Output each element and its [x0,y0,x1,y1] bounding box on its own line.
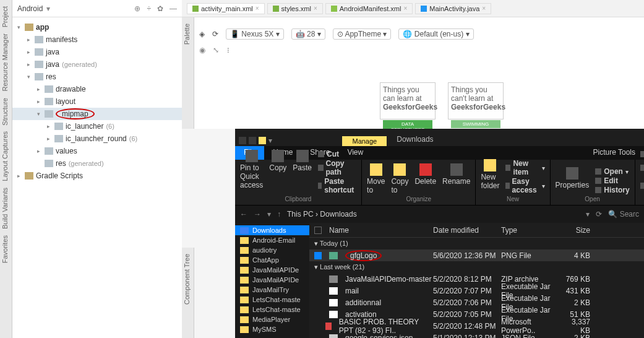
sidebar-folder[interactable]: JavaMailTry [235,285,309,295]
sidebar-folder[interactable]: MySMS [235,324,309,334]
file-row[interactable]: BASIC PROB. THEORY PPT (82 - 93) FI..5/2… [309,320,644,332]
sidebar-folder[interactable]: audiotry [235,245,309,255]
rail-layout-captures[interactable]: Layout Captures [1,131,9,181]
tree-item-res[interactable]: res(generated) [12,157,182,170]
rail-project[interactable]: Project [1,6,9,27]
ribbon: Pin to Quick access Copy Paste Cut Copy … [235,160,644,206]
copy-button[interactable]: Copy [269,150,286,172]
tree-item-ic_launcher[interactable]: ▸ic_launcher(6) [12,120,182,132]
sidebar-folder[interactable]: LetsChat-maste [235,305,309,314]
new-item-button[interactable]: New item ▾ [505,159,544,176]
window-title: Downloads [397,135,433,146]
api-selector[interactable]: 🤖 28 ▾ [291,28,325,40]
new-folder-button[interactable]: New folder [481,159,499,190]
file-row[interactable]: additionnal5/2/2020 7:06 PMExecutable Ja… [309,297,644,308]
easy-access-button[interactable]: Easy access ▾ [505,177,544,194]
recent-button[interactable]: ▾ [267,210,271,219]
back-button[interactable]: ← [240,210,247,219]
editor-tab[interactable]: activity_main.xml× [187,3,265,14]
file-list-header[interactable]: Name Date modified Type Size [309,223,644,238]
sidebar-folder[interactable]: MediaPlayer [235,314,309,324]
delete-button[interactable]: Delete [414,163,436,186]
rail-build-variants[interactable]: Build Variants [1,188,9,229]
sidebar-folder[interactable]: ChatApp [235,255,309,265]
editor-tab[interactable]: AndroidManifest.xml× [325,3,413,14]
tree-item-java[interactable]: ▸java(generated) [12,58,182,71]
ribbon-select: Select all Select none Invert selection … [635,160,644,205]
device-selector[interactable]: 📱 Nexus 5X ▾ [226,28,284,40]
tree-item-Gradle Scripts[interactable]: ▸Gradle Scripts [12,170,182,182]
design-preview: Palette ◈ ⟳ 📱 Nexus 5X ▾ 🤖 28 ▾ ⊙ AppThe… [182,17,644,129]
gear-icon[interactable]: ✿ [157,4,163,13]
dropdown-icon[interactable]: ▾ [46,4,50,13]
sidebar-folder[interactable]: Android-Email [235,235,309,245]
zoom-icon[interactable]: ⤡ [213,46,219,54]
tree-item-app[interactable]: ▾app [12,21,182,33]
eye-icon[interactable]: ◈ [199,30,205,38]
up-button[interactable]: ↑ [277,210,281,219]
ribbon-organize: Move to Copy to Delete Rename Organize [362,160,476,205]
copyto-button[interactable]: Copy to [391,163,408,194]
orientation-icon[interactable]: ⟳ [212,30,218,38]
sidebar-folder[interactable]: Downloads [235,225,309,235]
project-tree[interactable]: ▾app▸manifests▸java▸java(generated)▾res▸… [12,17,182,186]
breadcrumb[interactable]: This PC › Downloads [287,210,580,219]
manage-tab[interactable]: Manage [342,136,387,146]
tree-item-java[interactable]: ▸java [12,46,182,58]
select-none-button[interactable]: Select none [640,159,644,176]
path-dropdown[interactable]: ▾ [586,210,590,219]
rail-structure[interactable]: Structure [1,98,9,126]
open-button[interactable]: Open ▾ [595,167,629,176]
cut-button[interactable]: Cut [318,150,356,158]
tree-item-mipmap[interactable]: ▾mipmap [12,108,182,120]
rail-favorites[interactable]: Favorites [1,235,9,263]
file-row[interactable]: JavaMailAPIDemo-master5/2/2020 8:12 PMZI… [309,273,644,285]
refresh-button[interactable]: ⟳ [596,210,602,219]
select-all-checkbox[interactable] [314,227,322,234]
panel-title[interactable]: Android [17,4,43,13]
locale-selector[interactable]: 🌐 Default (en-us) ▾ [398,28,473,40]
group-header[interactable]: ▾ Today (1) [309,238,644,249]
rename-button[interactable]: Rename [442,163,470,186]
target-icon[interactable]: ⊕ [134,4,140,13]
copy-path-button[interactable]: Copy path [318,159,356,176]
theme-selector[interactable]: ⊙ AppTheme ▾ [333,28,392,40]
view-icon[interactable]: ◉ [199,46,205,54]
invert-selection-button[interactable]: Invert selection [640,177,644,194]
tree-item-drawable[interactable]: ▸drawable [12,83,182,95]
tree-item-manifests[interactable]: ▸manifests [12,33,182,46]
editor-tab[interactable]: styles.xml× [267,3,323,14]
grid-icon[interactable]: ⫶ [226,46,230,54]
file-row[interactable]: mail5/2/2020 7:07 PMExecutable Jar File4… [309,285,644,297]
preview-card: Things you can't learn atGeeksforGeeksSW… [448,82,504,119]
collapse-icon[interactable]: ÷ [147,4,151,13]
explorer-sidebar[interactable]: DownloadsAndroid-EmailaudiotryChatAppJav… [235,223,309,338]
edit-button[interactable]: Edit [595,176,629,185]
component-tree-rail[interactable]: Component Tree [182,248,194,338]
ribbon-new: New folder New item ▾ Easy access ▾ New [476,160,550,205]
picture-tools-tab[interactable]: Picture Tools [585,146,644,160]
tree-item-layout[interactable]: ▸layout [12,95,182,108]
select-all-button[interactable]: Select all [640,150,644,158]
forward-button[interactable]: → [254,210,261,219]
paste-button[interactable]: Paste [293,150,312,172]
move-button[interactable]: Move to [367,163,385,194]
tree-item-res[interactable]: ▾res [12,71,182,83]
address-bar: ← → ▾ ↑ This PC › Downloads ▾ ⟳ 🔍 Searc [235,206,644,223]
history-button[interactable]: History [595,186,629,194]
sidebar-folder[interactable]: JavaMailAPIDe [235,265,309,275]
editor-tab[interactable]: MainActivity.java× [415,3,491,14]
sidebar-folder[interactable]: LetsChat-maste [235,295,309,305]
properties-button[interactable]: Properties [556,167,590,189]
pin-button[interactable]: Pin to Quick access [240,150,263,189]
rail-resource-manager[interactable]: Resource Manager [1,33,9,92]
tree-item-ic_launcher_round[interactable]: ▸ic_launcher_round(6) [12,132,182,145]
tree-item-values[interactable]: ▸values [12,145,182,157]
group-header[interactable]: ▾ Last week (21) [309,261,644,273]
hide-icon[interactable]: — [170,4,177,13]
palette-rail[interactable]: Palette [182,17,194,129]
sidebar-folder[interactable]: JavaMailAPIDe [235,275,309,285]
file-row[interactable]: gfgLogo5/6/2020 12:36 PMPNG File4 KB [309,249,644,261]
search-input[interactable]: 🔍 Searc [608,210,639,219]
paste-shortcut-button[interactable]: Paste shortcut [318,177,356,194]
